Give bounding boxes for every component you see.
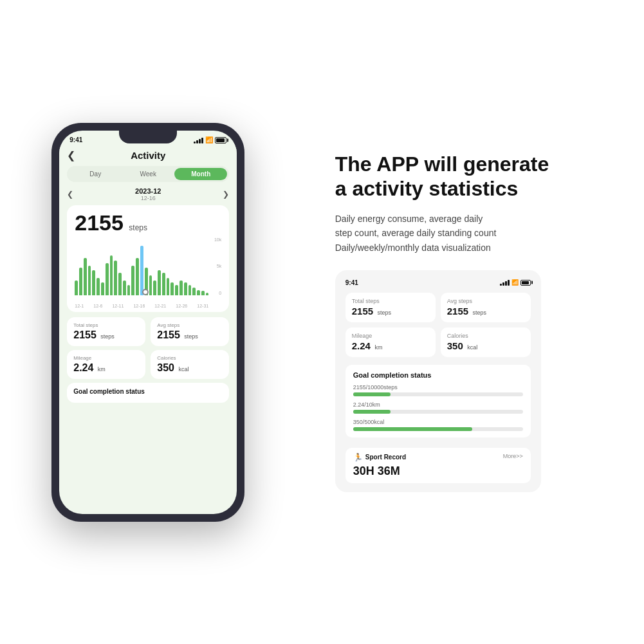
chart-bar-6 [101,282,104,295]
mini-calories-label: Calories [447,333,524,339]
chart-bar-0 [75,281,78,295]
chart-bar-7 [106,263,109,295]
mileage-card: Mileage 2.24 km [67,350,145,379]
mini-stats-grid: Total steps 2155 steps Avg steps 2155 st… [345,293,531,357]
mini-avg-steps-value: 2155 [447,306,468,317]
mini-total-steps-value: 2155 [352,306,373,317]
chart-bar-9 [114,261,117,295]
chart-bar-10 [118,273,122,295]
signal-icon [194,137,203,143]
chart-bar-13 [131,266,134,295]
status-time: 9:41 [69,136,82,143]
steps-unit: steps [129,223,147,232]
mini-goal-label-0: 2155/10000steps [353,384,523,391]
date-sub: 12-16 [135,195,161,201]
sport-record-more[interactable]: More>> [503,453,523,459]
page-container: 9:41 📶 ❮ [0,0,644,644]
wifi-icon: 📶 [205,136,213,143]
x-label-11: 12-11 [112,304,124,308]
x-label-31: 12-31 [197,304,208,308]
chart-bar-12 [127,285,131,295]
chart-bar-22 [170,282,174,295]
next-date-button[interactable]: ❯ [223,190,229,199]
chart-bar-8 [110,255,113,295]
sport-record-label: Sport Record [365,454,406,461]
phone-content: ❮ Activity Day Week Month ❮ 2023-12 12-1… [59,146,237,403]
avg-steps-unit: steps [184,333,198,340]
tab-bar: Day Week Month [67,166,229,182]
chart-bar-20 [162,273,165,295]
goal-title: Goal completion status [73,388,223,395]
mini-mileage-card: Mileage 2.24 km [345,327,436,357]
status-icons: 📶 [194,136,226,143]
mini-goal-item-0: 2155/10000steps [353,384,523,396]
running-icon: 🏃 [353,453,363,462]
mini-phone-card: 9:41 📶 Total steps [335,270,541,492]
mini-goal-item-2: 350/500kcal [353,419,523,431]
x-label-1: 12-1 [75,304,84,308]
total-steps-card: Total steps 2155 steps [67,317,145,346]
chart-bar-3 [88,266,91,295]
chart-x-labels: 12-1 12-6 12-11 12-16 12-21 12-26 12-31 [75,304,208,308]
chart-y-labels: 10k 5k 0 [214,237,221,295]
mini-signal-icon [500,279,510,286]
mini-total-steps-card: Total steps 2155 steps [345,293,436,322]
battery-icon [215,137,226,143]
avg-steps-value: 2155 [157,329,180,340]
mini-mileage-unit: km [374,344,382,351]
mini-goal-label-1: 2.24/10km [353,401,523,408]
y-label-5k: 5k [217,264,221,268]
total-steps-label: Total steps [73,322,139,328]
mini-avg-steps-unit: steps [473,309,487,316]
phone-mockup: 9:41 📶 ❮ [51,123,244,522]
mini-goal-bar-bg-2 [353,427,523,431]
right-side: The APP will generatea activity statisti… [309,152,593,492]
mini-avg-steps-card: Avg steps 2155 steps [441,293,531,322]
chart-highlight-dot [142,289,149,295]
chart-bar-4 [92,270,95,295]
x-label-21: 12-21 [154,304,166,308]
chart-bar-21 [167,278,170,295]
total-steps-unit: steps [100,333,115,340]
calories-card: Calories 350 kcal [151,350,229,379]
chart-bar-23 [175,285,178,295]
chart-bar-14 [136,258,139,295]
mini-total-steps-label: Total steps [352,298,429,304]
mini-goal-bar-bg-0 [353,392,523,396]
x-label-26: 12-26 [176,304,187,308]
tab-month[interactable]: Month [174,168,227,180]
chart-bar-26 [189,285,192,295]
mini-goal-bar-fill-0 [353,392,391,396]
mini-goal-bar-fill-1 [353,410,391,414]
mini-calories-card: Calories 350 kcal [441,327,531,357]
chart-bar-25 [184,282,187,295]
chart-bar-29 [201,291,205,295]
chart-bar-18 [153,281,156,295]
calories-label: Calories [157,355,223,361]
mini-goal-item-1: 2.24/10km [353,401,523,414]
mileage-value: 2.24 [73,362,93,373]
sport-record-value: 30H 36M [353,465,406,478]
mini-goal-bar-fill-2 [353,427,472,431]
chart-bars [75,237,208,295]
phone-notch [119,131,177,143]
stats-row-1: Total steps 2155 steps Avg steps 2155 st… [67,317,229,346]
headline: The APP will generatea activity statisti… [335,152,593,201]
prev-date-button[interactable]: ❮ [67,190,73,199]
mini-mileage-value: 2.24 [352,340,371,351]
mini-calories-unit: kcal [467,344,477,351]
tab-week[interactable]: Week [122,168,174,180]
chart-bar-5 [97,278,100,295]
phone-screen: 9:41 📶 ❮ [59,131,237,514]
mileage-unit: km [98,366,106,373]
chart-bar-24 [179,281,183,295]
mini-battery-icon [520,280,531,286]
mini-status-time: 9:41 [345,279,358,286]
tab-day[interactable]: Day [69,168,122,180]
date-nav: ❮ 2023-12 12-16 ❯ [67,187,229,201]
mileage-label: Mileage [73,355,139,361]
mini-total-steps-unit: steps [378,309,392,316]
mini-sport-record: 🏃 Sport Record 30H 36M More>> [345,448,531,483]
mini-calories-value: 350 [447,340,463,351]
back-button[interactable]: ❮ [67,149,75,161]
